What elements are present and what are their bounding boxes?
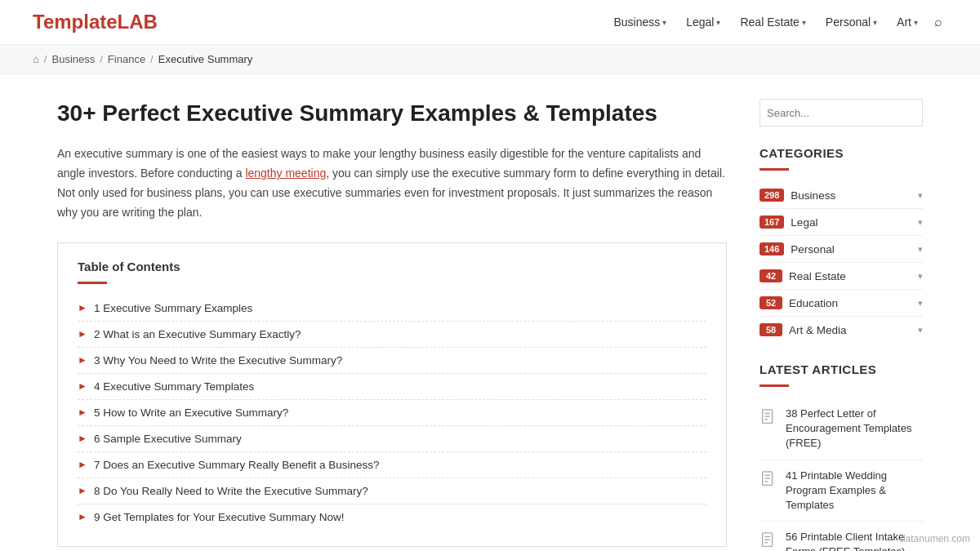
intro-paragraph: An executive summary is one of the easie… [57,144,727,222]
chevron-down-icon: ▾ [716,18,720,27]
toc-arrow-icon: ► [78,354,87,366]
footer-watermark: datanumen.com [900,533,970,544]
document-icon [760,531,777,549]
site-header: TemplateLAB Business ▾ Legal ▾ Real Esta… [0,0,980,45]
category-badge: 42 [760,269,782,282]
toc-arrow-icon: ► [78,485,87,496]
breadcrumb-finance[interactable]: Finance [108,53,145,65]
toc-underline [78,282,107,284]
lengthy-meeting-link[interactable]: lengthy meeting [245,167,326,180]
chevron-down-icon: ▾ [662,18,666,27]
nav-personal[interactable]: Personal ▾ [817,11,885,33]
toc-title: Table of Contents [78,260,706,273]
category-name: Real Estate [789,270,846,282]
chevron-down-icon: ▾ [873,18,877,27]
toc-arrow-icon: ► [78,407,87,418]
nav-legal[interactable]: Legal ▾ [678,11,728,33]
breadcrumb-current: Executive Summary [158,53,253,65]
toc-item[interactable]: ►9 Get Templates for Your Executive Summ… [78,504,706,530]
category-item[interactable]: 58 Art & Media ▾ [760,317,923,343]
toc-arrow-icon: ► [78,302,87,313]
chevron-down-icon: ▾ [918,298,923,309]
articles-list: 38 Perfect Letter of Encouragement Templ… [760,398,923,551]
category-item[interactable]: 42 Real Estate ▾ [760,263,923,290]
latest-articles-title: LATEST ARTICLES [760,362,923,376]
toc-arrow-icon: ► [78,328,87,340]
nav-art[interactable]: Art ▾ [889,11,926,33]
site-logo[interactable]: TemplateLAB [33,11,158,33]
latest-articles-underline [760,384,789,387]
toc-arrow-icon: ► [78,459,87,470]
breadcrumb-sep: / [100,53,103,65]
categories-title: CATEGORIES [760,146,923,160]
category-item[interactable]: 146 Personal ▾ [760,236,923,263]
category-name: Personal [791,243,834,256]
chevron-down-icon: ▾ [914,18,918,27]
categories-underline [760,168,789,171]
home-icon[interactable]: ⌂ [33,53,39,65]
category-badge: 146 [760,242,784,256]
document-icon [760,408,777,426]
chevron-down-icon: ▾ [802,18,806,27]
document-icon [760,470,777,488]
article-item[interactable]: 38 Perfect Letter of Encouragement Templ… [760,398,923,460]
main-content: 30+ Perfect Executive Summary Examples &… [57,99,727,551]
category-badge: 58 [760,323,782,336]
chevron-down-icon: ▾ [918,217,923,228]
category-name: Business [791,189,835,202]
toc-list: ►1 Executive Summary Examples►2 What is … [78,295,706,530]
category-badge: 167 [760,216,784,229]
toc-item[interactable]: ►1 Executive Summary Examples [78,295,706,322]
breadcrumb-sep: / [44,53,47,65]
page-title: 30+ Perfect Executive Summary Examples &… [57,99,727,128]
chevron-down-icon: ▾ [918,325,923,335]
main-nav: Business ▾ Legal ▾ Real Estate ▾ Persona… [605,10,947,34]
search-input[interactable] [760,99,923,127]
toc-item[interactable]: ►7 Does an Executive Summary Really Bene… [78,452,706,478]
category-name: Art & Media [789,324,847,336]
article-title: 38 Perfect Letter of Encouragement Templ… [786,407,923,451]
toc-arrow-icon: ► [78,511,87,522]
category-item[interactable]: 167 Legal ▾ [760,209,923,236]
article-item[interactable]: 41 Printable Wedding Program Examples & … [760,460,923,522]
toc-arrow-icon: ► [78,380,87,392]
category-item[interactable]: 52 Education ▾ [760,290,923,317]
chevron-down-icon: ▾ [918,190,923,201]
main-container: 30+ Perfect Executive Summary Examples &… [41,74,939,551]
article-item[interactable]: 56 Printable Client Intake Forms (FREE T… [760,522,923,551]
toc-item[interactable]: ►6 Sample Executive Summary [78,426,706,452]
chevron-down-icon: ▾ [918,244,923,255]
category-badge: 298 [760,189,784,202]
chevron-down-icon: ▾ [918,271,923,282]
sidebar: CATEGORIES 298 Business ▾ 167 Legal ▾ 14… [760,99,923,551]
category-name: Education [789,297,838,309]
search-icon[interactable]: ⌕ [929,10,947,34]
categories-list: 298 Business ▾ 167 Legal ▾ 146 Personal … [760,182,923,343]
breadcrumb-sep: / [150,53,154,65]
table-of-contents: Table of Contents ►1 Executive Summary E… [57,242,727,547]
nav-business[interactable]: Business ▾ [605,11,675,33]
toc-item[interactable]: ►5 How to Write an Executive Summary? [78,400,706,426]
breadcrumb: ⌂ / Business / Finance / Executive Summa… [0,45,980,74]
breadcrumb-business[interactable]: Business [51,53,95,65]
nav-real-estate[interactable]: Real Estate ▾ [732,11,813,33]
latest-articles-section: LATEST ARTICLES 38 Perfect Letter of Enc… [760,362,923,551]
toc-item[interactable]: ►3 Why You Need to Write the Executive S… [78,348,706,374]
category-item[interactable]: 298 Business ▾ [760,182,923,209]
category-badge: 52 [760,296,782,309]
category-name: Legal [791,216,817,229]
toc-arrow-icon: ► [78,433,87,444]
article-title: 41 Printable Wedding Program Examples & … [786,469,923,513]
toc-item[interactable]: ►2 What is an Executive Summary Exactly? [78,322,706,348]
toc-item[interactable]: ►4 Executive Summary Templates [78,374,706,400]
toc-item[interactable]: ►8 Do You Really Need to Write the Execu… [78,478,706,504]
